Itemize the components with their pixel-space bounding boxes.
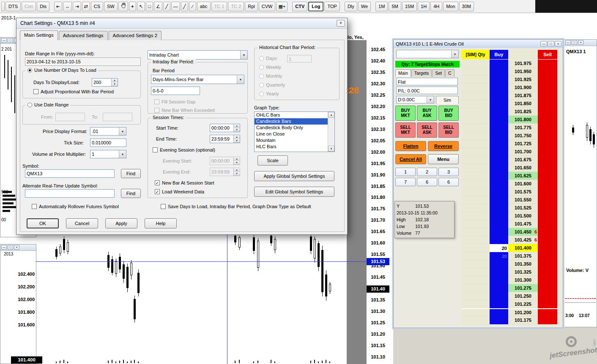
ladder-price-cell[interactable]: 101.475 [508,220,538,228]
graph-type-item[interactable]: OHLC Bars [255,112,328,118]
edit-global-settings-button[interactable]: Edit Global Symbol Settings [254,187,334,197]
graph-type-item[interactable]: Line on Close [255,131,328,137]
toolbar-1m-button[interactable]: 1M [375,2,388,11]
ladder-price-cell[interactable]: 101.4506 [508,228,538,236]
ladder-buy-cell[interactable] [490,164,508,172]
ladder-buy-cell[interactable] [490,92,508,100]
toolbar-dly-button[interactable]: Dly [345,2,357,11]
left-scale-titlebar[interactable]: — □ × [0,244,36,251]
ladder-price-cell[interactable]: 101.275 [508,284,538,292]
ladder-price-cell[interactable]: 101.550 [508,196,538,204]
ladder-price-cell[interactable]: 101.4256 [508,236,538,244]
graph-type-item[interactable]: Mountain [255,137,328,144]
ladder-qty-cell[interactable] [461,84,490,92]
find-symbol-button[interactable]: Find [121,169,141,178]
graph-type-scrollbar[interactable]: ▲ ▼ [328,112,334,152]
spin-up-icon[interactable]: ▲ [234,124,240,128]
reverse-button[interactable]: Reverse [428,141,459,151]
toolbar-abc-button[interactable]: abc [197,2,211,11]
ladder-qty-cell[interactable] [461,308,490,316]
ladder-sell-cell[interactable] [538,148,557,156]
cancel-button[interactable]: Cancel [66,218,98,228]
alt-symbol-input[interactable] [25,189,115,198]
ladder-sell-cell[interactable] [538,76,557,84]
dom-tabs-item[interactable]: Main [395,69,411,77]
toolbar-scale-width-icon[interactable]: ↔ [63,2,72,11]
spin-up-icon[interactable]: ▲ [234,135,240,139]
qty-preset-button[interactable]: 1 [395,168,416,176]
vap-multiplier-select[interactable]: 1▼ [90,150,126,158]
maximize-icon[interactable]: □ [548,41,554,46]
toolbar-dis-button[interactable]: Dis [37,2,49,11]
ladder-qty-cell[interactable] [461,300,490,308]
ladder-sell-cell[interactable] [538,276,557,284]
position-status-field[interactable]: Flat [396,78,458,85]
graph-type-list[interactable]: ▲ ▼ OHLC BarsCandlestick BarsCandlestick… [254,111,335,152]
maximize-icon[interactable]: □ [8,245,13,250]
ladder-price-cell[interactable]: 101.250 [508,292,538,300]
ladder-buy-cell[interactable] [490,60,508,68]
ladder-buy-cell[interactable] [490,100,508,108]
ladder-sell-cell[interactable] [538,284,557,292]
toolbar-scale-swap-icon[interactable]: ⇄ [82,2,90,11]
ladder-price-cell[interactable]: 101.400 [508,244,538,252]
ladder-buy-cell[interactable] [490,268,508,276]
apply-button[interactable]: Apply [105,218,137,228]
ladder-qty-cell[interactable] [461,172,490,180]
minimize-icon[interactable]: — [1,245,7,250]
close-icon[interactable]: × [555,41,561,46]
ladder-sell-cell[interactable] [538,172,557,180]
ladder-sell-cell[interactable] [538,212,557,220]
ladder-sell-cell[interactable] [538,236,557,244]
ladder-price-cell[interactable]: 101.950 [508,68,538,76]
ladder-qty-cell[interactable] [461,316,490,324]
dom-tabs-item[interactable]: Set [432,69,445,77]
ladder-qty-cell[interactable] [461,188,490,196]
buy-ask-button[interactable]: BUYASK [417,106,437,121]
dlg-tabs-item[interactable]: Advanced Settings 2 [109,31,162,40]
ladder-buy-cell[interactable] [490,220,508,228]
toolbar-log-button[interactable]: Log [308,2,323,11]
ladder-price-cell[interactable]: 101.375 [508,252,538,260]
ladder-buy-cell[interactable] [490,108,508,116]
minimize-icon[interactable]: — [565,40,571,45]
ladder-buy-cell[interactable] [490,196,508,204]
ladder-price-cell[interactable]: 101.600 [508,180,538,188]
ladder-buy-cell[interactable] [490,140,508,148]
ladder-buy-cell[interactable] [490,260,508,268]
tick-size-input[interactable]: 0.010000 [90,139,126,147]
toolbar-dts-button[interactable]: DTS [5,2,21,11]
close-icon[interactable]: × [337,20,345,27]
help-button[interactable]: Help [145,218,177,228]
ladder-price-cell[interactable]: 101.925 [508,76,538,84]
qty-preset-button[interactable]: 7 [395,178,416,186]
graph-type-item[interactable]: HLC Bars [255,144,328,150]
ladder-qty-cell[interactable] [461,284,490,292]
ladder-qty-cell[interactable] [461,100,490,108]
cancel-all-button[interactable]: Cancel All [395,154,426,164]
ladder-sell-cell[interactable] [538,84,557,92]
adjust-proportional-checkbox[interactable]: Adjust Proportional With Bar Period [33,89,114,94]
toolbar-tc1-button[interactable]: TC 1 [211,2,227,11]
toolbar-crosshair-tool-icon[interactable]: + [129,2,136,11]
ladder-qty-cell[interactable] [461,108,490,116]
ladder-sell-cell[interactable] [538,132,557,140]
ladder-buy-cell[interactable] [490,236,508,244]
sell-column-header[interactable]: Sell [538,50,557,59]
ladder-qty-cell[interactable] [461,252,490,260]
ladder-qty-cell[interactable] [461,204,490,212]
ladder-qty-cell[interactable] [461,92,490,100]
ladder-price-cell[interactable]: 101.700 [508,148,538,156]
graph-type-item[interactable]: Candlestick Bars [255,118,328,125]
ladder-qty-cell[interactable] [461,276,490,284]
toolbar-horizontal-line-tool-icon[interactable]: — [171,2,180,11]
dom-tabs-item[interactable]: C [445,69,455,77]
ladder-buy-cell[interactable] [490,68,508,76]
ladder-buy-cell[interactable] [490,84,508,92]
ladder-qty-cell[interactable] [461,196,490,204]
ladder-buy-cell[interactable] [490,308,508,316]
ladder-price-cell[interactable]: 101.200 [508,308,538,316]
ladder-qty-cell[interactable] [461,68,490,76]
new-bar-session-start-checkbox[interactable]: ✓ New Bar At Session Start [155,180,214,185]
sim-tab[interactable]: Sim [436,96,459,104]
